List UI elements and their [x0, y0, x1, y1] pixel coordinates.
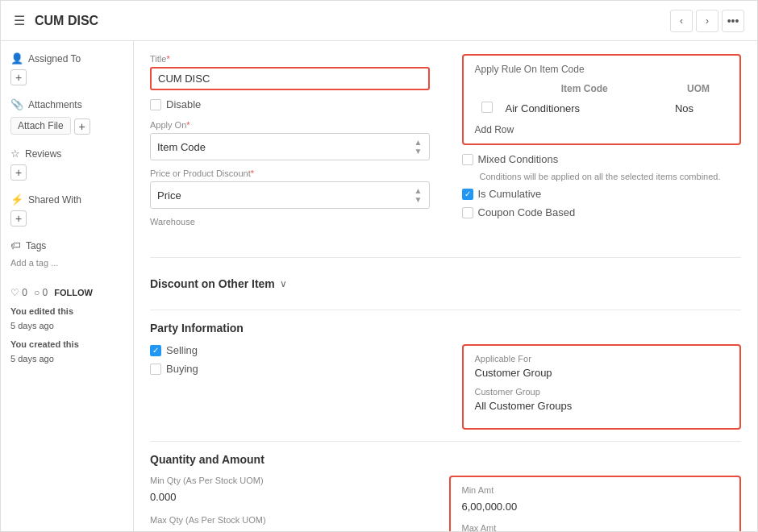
qty-left-col: Min Qty (As Per Stock UOM) 0.000 Max Qty…	[150, 476, 417, 531]
quantity-amount-section: Quantity and Amount Min Qty (As Per Stoc…	[150, 453, 741, 531]
mixed-conditions-checkbox[interactable]	[462, 154, 473, 165]
nav-next-button[interactable]: ›	[696, 10, 718, 32]
apply-rule-box: Apply Rule On Item Code Item Code UOM	[462, 54, 742, 145]
sidebar-shared-with: ⚡ Shared With +	[10, 193, 123, 227]
coupon-code-row: Coupon Code Based	[462, 206, 742, 218]
title-apply-rule-row: Title* CUM DISC Disable Apply On*	[150, 54, 741, 246]
title-label: Title*	[150, 54, 430, 64]
app-container: ☰ CUM DISC ‹ › ••• 👤 Assigned To + 📎	[0, 0, 758, 532]
nav-prev-button[interactable]: ‹	[670, 10, 693, 32]
tags-label: Tags	[26, 240, 46, 251]
add-attachment-button[interactable]: +	[74, 118, 90, 135]
price-discount-field: Price or Product Discount* Price ▲▼	[150, 168, 430, 209]
activity-log: You edited this 5 days ago You created t…	[10, 305, 123, 366]
reviews-header: ☆ Reviews	[10, 148, 123, 160]
amt-box: Min Amt 6,00,000.00 Max Amt 10,00,000.00	[449, 476, 742, 531]
add-row-link[interactable]: Add Row	[475, 124, 514, 135]
max-amt-field: Max Amt 10,00,000.00	[462, 523, 729, 531]
menu-icon[interactable]: ☰	[14, 13, 25, 28]
section-divider-2	[150, 310, 741, 310]
min-amt-field: Min Amt 6,00,000.00	[462, 485, 729, 515]
party-info-row: Selling Buying Applicable For Customer G…	[150, 344, 741, 430]
right-form-col: Apply Rule On Item Code Item Code UOM	[462, 54, 742, 246]
selling-label: Selling	[166, 344, 198, 356]
buying-row: Buying	[150, 363, 430, 375]
comment-count[interactable]: ○ 0	[34, 287, 48, 298]
follow-button[interactable]: FOLLOW	[54, 288, 93, 297]
min-amt-value: 6,00,000.00	[462, 498, 729, 515]
qty-amount-title: Quantity and Amount	[150, 453, 741, 466]
price-discount-spinner: ▲▼	[414, 186, 423, 204]
conditions-section: Mixed Conditions Conditions will be appl…	[462, 153, 742, 218]
sidebar-tags: 🏷 Tags Add a tag ...	[10, 239, 123, 268]
coupon-code-checkbox[interactable]	[462, 207, 473, 218]
attach-file-row: Attach File +	[10, 117, 123, 135]
main-content: Title* CUM DISC Disable Apply On*	[134, 41, 757, 531]
activity-1-time: 5 days ago	[10, 321, 54, 330]
discount-other-label: Discount on Other Item	[150, 277, 275, 290]
section-divider-3	[150, 441, 741, 442]
add-tag-hint[interactable]: Add a tag ...	[10, 258, 123, 268]
add-assigned-to-button[interactable]: +	[10, 69, 27, 85]
is-cumulative-checkbox[interactable]	[462, 189, 473, 200]
tag-icon: 🏷	[10, 239, 21, 251]
is-cumulative-label: Is Cumulative	[478, 188, 542, 200]
add-review-button[interactable]: +	[10, 164, 27, 181]
row1-item-code: Air Conditioners	[501, 99, 668, 118]
header: ☰ CUM DISC ‹ › •••	[1, 1, 757, 41]
activity-row: ♡ 0 ○ 0 FOLLOW	[10, 287, 123, 298]
sidebar: 👤 Assigned To + 📎 Attachments Attach Fil…	[1, 41, 134, 531]
disable-checkbox[interactable]	[150, 99, 161, 110]
table-row: Air Conditioners Nos	[477, 99, 727, 118]
max-qty-value: 0.000	[150, 528, 417, 531]
row1-checkbox[interactable]	[481, 102, 493, 113]
min-amt-label: Min Amt	[462, 485, 729, 495]
attachments-header: 📎 Attachments	[10, 98, 123, 110]
title-field: Title* CUM DISC	[150, 54, 430, 90]
apply-on-select[interactable]: Item Code ▲▼	[150, 133, 430, 160]
activity-counts: ♡ 0 ○ 0	[10, 287, 48, 298]
sidebar-attachments: 📎 Attachments Attach File +	[10, 98, 123, 135]
title-required: *	[166, 54, 169, 64]
reviews-label: Reviews	[25, 148, 61, 160]
like-count[interactable]: ♡ 0	[10, 287, 27, 298]
assigned-to-label: Assigned To	[28, 53, 81, 64]
add-shared-with-button[interactable]: +	[10, 210, 27, 227]
applicable-for-box: Applicable For Customer Group Customer G…	[462, 344, 742, 430]
mixed-conditions-row: Mixed Conditions	[462, 153, 742, 165]
apply-on-required: *	[186, 120, 190, 130]
apply-on-field: Apply On* Item Code ▲▼	[150, 120, 430, 160]
activity-1-actor: You edited this	[10, 306, 73, 316]
price-discount-label: Price or Product Discount*	[150, 168, 430, 178]
attach-file-label[interactable]: Attach File	[10, 117, 71, 135]
party-right-col: Applicable For Customer Group Customer G…	[462, 344, 742, 430]
coupon-code-label: Coupon Code Based	[478, 206, 576, 218]
selling-checkbox[interactable]	[150, 345, 161, 356]
header-nav: ‹ › •••	[670, 10, 744, 32]
buying-label: Buying	[166, 363, 198, 375]
activity-entry-2: You created this 5 days ago	[10, 338, 123, 366]
qty-amount-row: Min Qty (As Per Stock UOM) 0.000 Max Qty…	[150, 476, 741, 531]
customer-group-value: All Customer Groups	[475, 400, 729, 412]
activity-2-time: 5 days ago	[10, 354, 54, 364]
buying-checkbox[interactable]	[150, 364, 161, 375]
activity-entry-1: You edited this 5 days ago	[10, 305, 123, 333]
apply-rule-title: Apply Rule On Item Code	[475, 64, 729, 75]
more-options-button[interactable]: •••	[722, 10, 744, 32]
apply-rule-table: Item Code UOM Air Conditioners Nos	[475, 81, 729, 119]
customer-group-label: Customer Group	[475, 387, 729, 397]
party-left-col: Selling Buying	[150, 344, 430, 430]
price-discount-select[interactable]: Price ▲▼	[150, 181, 430, 209]
paperclip-icon: 📎	[10, 98, 23, 110]
disable-label: Disable	[166, 98, 201, 110]
title-input[interactable]: CUM DISC	[150, 67, 430, 90]
min-qty-value: 0.000	[150, 488, 417, 505]
mixed-conditions-label: Mixed Conditions	[478, 153, 559, 165]
user-icon: 👤	[10, 52, 23, 64]
chevron-down-icon: ∨	[280, 278, 287, 289]
warehouse-input[interactable]	[150, 230, 430, 238]
assigned-to-header: 👤 Assigned To	[10, 52, 123, 64]
max-qty-label: Max Qty (As Per Stock UOM)	[150, 515, 417, 525]
sidebar-reviews: ☆ Reviews +	[10, 148, 123, 181]
discount-other-item-section[interactable]: Discount on Other Item ∨	[150, 269, 741, 298]
